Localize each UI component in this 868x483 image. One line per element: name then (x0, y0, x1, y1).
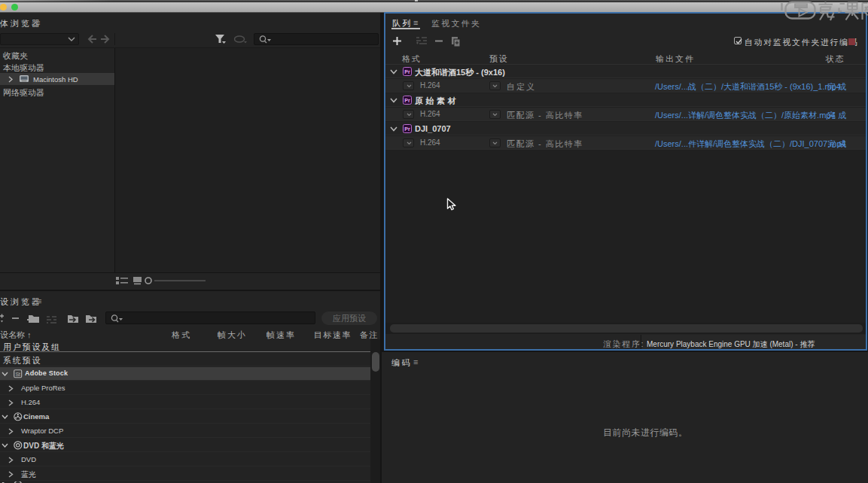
svg-text:Pr: Pr (404, 126, 410, 131)
svg-text:Pr: Pr (404, 97, 410, 102)
svg-text:Pr: Pr (404, 68, 410, 74)
svg-text:St: St (15, 372, 20, 377)
